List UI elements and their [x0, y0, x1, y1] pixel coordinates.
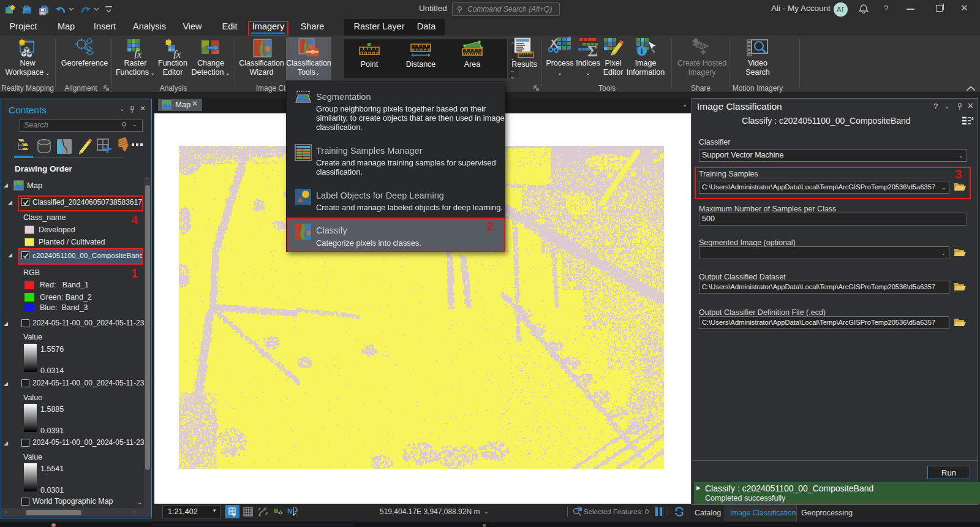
- svg-text:fx: fx: [134, 48, 142, 59]
- svg-text:4: 4: [971, 116, 974, 121]
- svg-text:fx: fx: [173, 48, 181, 59]
- svg-text:Σ: Σ: [587, 42, 598, 58]
- svg-text:N: N: [287, 507, 292, 515]
